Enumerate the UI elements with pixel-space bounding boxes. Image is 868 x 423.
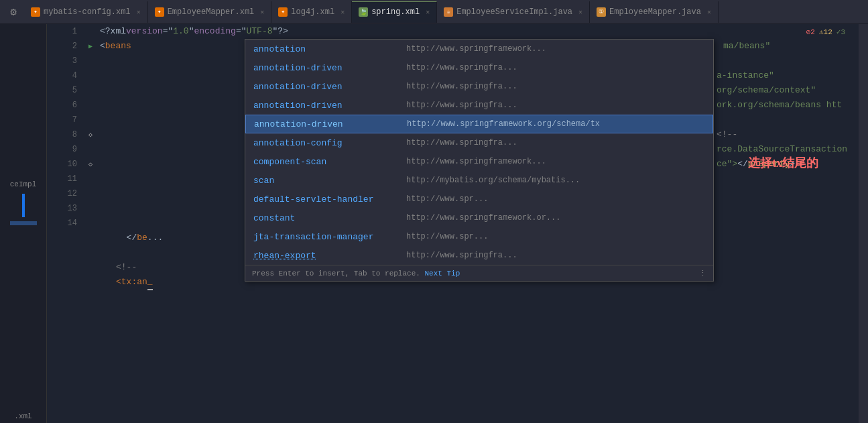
gutter-14 — [84, 216, 97, 231]
autocomplete-dropdown[interactable]: annotation http://www.springframework...… — [245, 39, 714, 282]
ac-url-3: http://www.springfra... — [406, 101, 705, 110]
ac-name-5: annotation-config — [253, 138, 401, 148]
ac-item-4[interactable]: annotation-driven http://www.springframe… — [245, 115, 713, 133]
ac-item-6[interactable]: component-scan http://www.springframewor… — [245, 152, 713, 171]
ac-menu-icon[interactable]: ⋮ — [699, 269, 706, 278]
close-tab-emxml[interactable]: ✕ — [260, 8, 264, 16]
ac-name-7: scan — [253, 176, 401, 186]
ac-url-4: http://www.springframework.org/schema/tx — [407, 119, 704, 129]
ac-url-2: http://www.springfra... — [406, 82, 705, 91]
editor-area: 1 2 3 4 5 6 7 8 9 10 11 12 13 14 ▶ ◇ ◇ — [47, 24, 868, 423]
tab-label-emxml: EmployeeMapper.xml — [168, 7, 255, 17]
ac-name-4: annotation-driven — [254, 119, 401, 129]
tab-employee-mapper-java[interactable]: ① EmployeeMapper.java ✕ — [590, 1, 719, 23]
line-num-5: 5 — [47, 83, 84, 98]
ac-name-0: annotation — [253, 44, 401, 54]
tab-icon-emjava: ① — [597, 7, 606, 17]
line-num-8: 8 — [47, 127, 84, 142]
warning-indicator: ⚠12 — [819, 27, 832, 36]
gutter-2: ▶ — [84, 39, 97, 54]
next-tip-button[interactable]: Next Tip — [424, 269, 460, 278]
line-numbers: 1 2 3 4 5 6 7 8 9 10 11 12 13 14 — [47, 24, 84, 423]
indicators: ⊘2 ⚠12 ✓3 — [806, 24, 845, 39]
ac-name-9: constant — [253, 213, 401, 223]
ac-name-8: default-servlet-handler — [253, 194, 401, 204]
gutter-11 — [84, 172, 97, 186]
ac-item-5[interactable]: annotation-config http://www.springfra..… — [245, 133, 713, 152]
close-tab-spring[interactable]: ✕ — [426, 8, 430, 16]
tab-icon-log4j: ✦ — [278, 7, 288, 17]
code-line-4-right: org/schema/context" — [714, 83, 859, 98]
tab-label-log4j: log4j.xml — [291, 7, 334, 17]
tab-icon-mybatis: ✦ — [31, 7, 40, 17]
tab-icon-emxml: ✦ — [155, 7, 164, 17]
gutter-6 — [84, 98, 97, 113]
ac-name-3: annotation-driven — [253, 101, 401, 111]
ac-url-5: http://www.springfra... — [406, 138, 705, 147]
tab-employee-service-impl[interactable]: ☕ EmployeeServiceImpl.java ✕ — [437, 1, 590, 23]
tab-log4j[interactable]: ✦ log4j.xml ✕ — [271, 1, 352, 23]
tab-label-spring: spring.xml — [371, 7, 420, 17]
tab-label-emjava: EmployeeMapper.java — [609, 7, 701, 17]
ac-item-10[interactable]: jta-transaction-manager http://www.spr..… — [245, 227, 713, 246]
gutter-8: ◇ — [84, 127, 97, 142]
gutter-10: ◇ — [84, 157, 97, 172]
tab-employee-mapper-xml[interactable]: ✦ EmployeeMapper.xml ✕ — [148, 1, 272, 23]
ac-item-9[interactable]: constant http://www.springframework.or..… — [245, 208, 713, 227]
left-panel: ceImpl .xml — [0, 24, 47, 423]
gutter-4 — [84, 68, 97, 83]
left-panel-bar2 — [10, 221, 37, 225]
gutter-9 — [84, 142, 97, 157]
ac-url-10: http://www.spr... — [406, 232, 705, 241]
ac-item-2[interactable]: annotation-driven http://www.springfra..… — [245, 77, 713, 96]
code-line-3-right: a-instance" — [714, 68, 859, 83]
ac-url-9: http://www.springframework.or... — [406, 213, 705, 223]
line-num-6: 6 — [47, 98, 84, 113]
close-tab-esimpl[interactable]: ✕ — [578, 8, 582, 16]
tab-icon-esimpl: ☕ — [444, 7, 453, 17]
scrollbar[interactable] — [859, 24, 868, 423]
code-line-5-right: ork.org/schema/beans htt — [714, 98, 859, 113]
close-tab-emjava[interactable]: ✕ — [707, 8, 711, 16]
gutter-1 — [84, 24, 97, 39]
ac-name-11: rhean-export — [253, 251, 401, 261]
close-tab-log4j[interactable]: ✕ — [340, 8, 345, 16]
ac-url-7: http://mybatis.org/schema/mybatis... — [406, 176, 705, 185]
ac-name-10: jta-transaction-manager — [253, 232, 401, 242]
error-indicator: ⊘2 — [806, 27, 815, 36]
ac-name-6: component-scan — [253, 157, 401, 167]
gutter-3 — [84, 54, 97, 68]
code-line-7-right: <!-- — [714, 127, 859, 142]
ac-name-1: annotation-driven — [253, 63, 401, 73]
ac-item-7[interactable]: scan http://mybatis.org/schema/mybatis..… — [245, 171, 713, 190]
gutter-icons: ▶ ◇ ◇ — [84, 24, 97, 423]
ac-hint: Press Enter to insert, Tab to replace. N… — [252, 269, 460, 278]
line-num-13: 13 — [47, 201, 84, 216]
ac-item-1[interactable]: annotation-driven http://www.springfra..… — [245, 58, 713, 77]
gear-button[interactable]: ⚙ — [3, 1, 24, 23]
tab-spring[interactable]: 🍃 spring.xml ✕ — [352, 1, 437, 23]
tab-label-mybatis: mybatis-config.xml — [44, 7, 131, 17]
line-num-10: 10 — [47, 157, 84, 172]
left-panel-label1: ceImpl — [0, 178, 46, 191]
line-num-3: 3 — [47, 54, 84, 68]
code-line-1: <?xml version =" 1.0 " encoding =" UTF-8… — [97, 24, 859, 39]
ac-url-8: http://www.spr... — [406, 194, 705, 204]
ac-url-11: http://www.springfra... — [406, 251, 705, 260]
tab-bar: ⚙ ✦ mybatis-config.xml ✕ ✦ EmployeeMappe… — [0, 0, 868, 24]
tab-mybatis-config[interactable]: ✦ mybatis-config.xml ✕ — [24, 1, 148, 23]
ac-item-8[interactable]: default-servlet-handler http://www.spr..… — [245, 190, 713, 208]
gutter-12 — [84, 186, 97, 201]
ac-item-11[interactable]: rhean-export http://www.springfra... — [245, 246, 713, 265]
ac-item-0[interactable]: annotation http://www.springframework... — [245, 40, 713, 58]
ac-url-6: http://www.springframework... — [406, 157, 705, 166]
line-num-12: 12 — [47, 186, 84, 201]
code-line-14 — [113, 290, 859, 304]
line-num-2: 2 — [47, 39, 84, 54]
left-panel-bar — [22, 194, 25, 218]
code-content[interactable]: ⊘2 ⚠12 ✓3 <?xml version =" 1.0 " encodin… — [97, 24, 859, 423]
line-num-1: 1 — [47, 24, 84, 39]
ac-item-3[interactable]: annotation-driven http://www.springfra..… — [245, 96, 713, 115]
close-tab-mybatis[interactable]: ✕ — [137, 8, 141, 16]
gutter-5 — [84, 83, 97, 98]
